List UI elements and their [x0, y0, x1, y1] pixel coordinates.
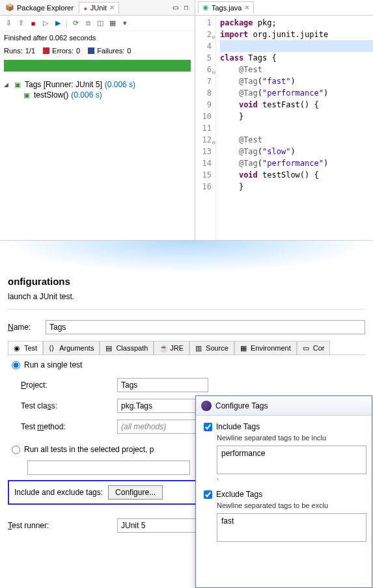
code-line[interactable]: @Test [220, 134, 373, 146]
tree-child-time: (0.006 s) [71, 90, 102, 100]
rerun-failed-icon[interactable]: ▶ [53, 19, 62, 28]
line-number: 15 [195, 169, 212, 181]
exclude-tags-checkbox[interactable] [204, 490, 212, 499]
pass-icon: ▣ [22, 90, 31, 100]
close-icon[interactable]: ✕ [244, 4, 249, 11]
test-stats: Runs: 1/1 Errors: 0 Failures: 0 [0, 44, 195, 57]
history-icon[interactable]: ⧈ [83, 19, 92, 28]
runner-select[interactable] [117, 518, 208, 533]
fold-icon[interactable]: ⊖ [212, 137, 215, 148]
config-tab-arguments[interactable]: ⟨⟩Arguments [43, 341, 100, 354]
tab-label: Cor [313, 344, 325, 352]
config-tab-source[interactable]: ▥Source [189, 341, 234, 354]
next-failure-icon[interactable]: ⇩ [4, 19, 13, 28]
tree-root-time: (0.006 s) [105, 80, 135, 89]
prev-failure-icon[interactable]: ⇧ [16, 19, 25, 28]
view-tabs: 📦 Package Explorer ⬥ JUnit ✕ ▭ □ [0, 0, 195, 16]
tree-root[interactable]: ◢ ▣ Tags [Runner: JUnit 5] (0.006 s) [4, 79, 191, 90]
menu-icon[interactable]: ▾ [120, 19, 130, 28]
class-input[interactable] [117, 399, 208, 413]
tags-label: Include and exclude tags: [14, 488, 103, 497]
code-line[interactable]: void testSlow() { [220, 169, 373, 181]
configure-tags-dialog: Configure Tags Include Tags Newline sepa… [195, 395, 372, 588]
code-line[interactable]: package pkg; [220, 17, 373, 29]
code-line[interactable]: class Tags { [220, 52, 373, 64]
radio-all-tests[interactable] [12, 446, 20, 454]
include-tags-checkbox[interactable] [204, 423, 212, 431]
line-number: 9 [195, 99, 212, 111]
code-line[interactable]: @Tag("performance") [220, 87, 373, 99]
code-line[interactable] [220, 122, 373, 134]
code-line[interactable]: import org.junit.jupite [220, 29, 373, 40]
include-tags-label: Include Tags [216, 422, 260, 431]
relaunch-icon[interactable]: ⟳ [71, 19, 80, 28]
tab-label: Source [206, 344, 228, 352]
tab-package-explorer[interactable]: 📦 Package Explorer [1, 2, 77, 13]
minimize-button[interactable]: ▭ [171, 3, 180, 12]
errors-value: 0 [76, 47, 80, 55]
tab-icon: ▤ [105, 344, 113, 352]
failures-label: Failures: [97, 47, 124, 55]
include-tags-text[interactable]: performance [217, 446, 366, 474]
fold-icon[interactable]: ⊖ [212, 66, 215, 78]
exclude-tags-sub: Newline separated tags to be exclu [204, 499, 364, 513]
code-line[interactable]: } [220, 181, 373, 193]
stop-icon[interactable]: ■ [29, 19, 38, 28]
code-line[interactable]: @Tag("performance") [220, 157, 373, 169]
tab-icon: ▥ [195, 344, 203, 352]
project-input[interactable] [117, 378, 208, 392]
config-tabs: ◉Test⟨⟩Arguments▤Classpath☕JRE▥Source▦En… [8, 341, 365, 355]
line-number: 10 [195, 111, 212, 122]
tab-label: Package Explorer [17, 4, 74, 12]
config-tab-cor[interactable]: ▭Cor [297, 341, 331, 354]
code-line[interactable]: } [220, 111, 373, 122]
dialog-title: onfigurations [8, 273, 365, 289]
hscroll[interactable]: ‹ [217, 474, 366, 483]
method-input[interactable] [117, 420, 208, 434]
errors-label: Errors: [52, 47, 74, 55]
runner-label: Test runner: [8, 521, 112, 530]
class-label: Test class: [21, 401, 112, 410]
tree-child[interactable]: ▣ testSlow() (0.006 s) [22, 90, 191, 100]
failure-icon [88, 47, 94, 54]
line-number: 12⊖ [195, 134, 212, 146]
configure-button[interactable]: Configure... [108, 485, 163, 500]
pin-icon[interactable]: ◫ [96, 19, 105, 28]
layout-icon[interactable]: ▦ [108, 19, 117, 28]
exclude-tags-text[interactable]: fast [217, 513, 366, 542]
package-explorer-icon: 📦 [5, 3, 14, 12]
tab-label: Classpath [116, 344, 148, 352]
code-line[interactable]: @Test [220, 64, 373, 75]
close-icon[interactable]: ✕ [109, 4, 115, 11]
method-label: Test method: [21, 422, 112, 431]
code-line[interactable] [220, 40, 373, 52]
code-content[interactable]: package pkg;import org.junit.jupite clas… [216, 16, 373, 240]
fold-icon[interactable]: ⊖ [212, 31, 215, 43]
name-input[interactable] [46, 320, 365, 334]
editor-tabs: ◉ Tags.java ✕ [195, 0, 373, 16]
line-number: 14 [195, 157, 212, 169]
progress-bar [4, 60, 191, 72]
tab-icon: ☕ [159, 344, 167, 352]
code-line[interactable]: @Tag("slow") [220, 146, 373, 157]
dialog-titlebar[interactable]: Configure Tags [196, 396, 372, 416]
expand-icon[interactable]: ◢ [4, 81, 10, 88]
tab-label: JRE [170, 344, 184, 352]
editor-tab-tags[interactable]: ◉ Tags.java ✕ [198, 1, 254, 14]
line-number: 7 [195, 75, 212, 87]
rerun-icon[interactable]: ▷ [41, 19, 50, 28]
project-selector[interactable] [27, 461, 190, 475]
config-tab-test[interactable]: ◉Test [8, 341, 43, 354]
code-editor[interactable]: 12⊖456⊖789101112⊖13141516 package pkg;im… [195, 16, 373, 240]
eclipse-icon [201, 401, 212, 411]
code-line[interactable]: @Tag("fast") [220, 75, 373, 87]
line-number: 6⊖ [195, 64, 212, 75]
tab-label: Test [24, 344, 37, 352]
tab-junit[interactable]: ⬥ JUnit ✕ [79, 2, 119, 14]
config-tab-classpath[interactable]: ▤Classpath [100, 341, 154, 354]
maximize-button[interactable]: □ [182, 3, 191, 12]
code-line[interactable]: void testFast() { [220, 99, 373, 111]
config-tab-environment[interactable]: ▦Environment [234, 341, 297, 354]
radio-single-test[interactable] [12, 361, 20, 369]
config-tab-jre[interactable]: ☕JRE [154, 341, 189, 354]
